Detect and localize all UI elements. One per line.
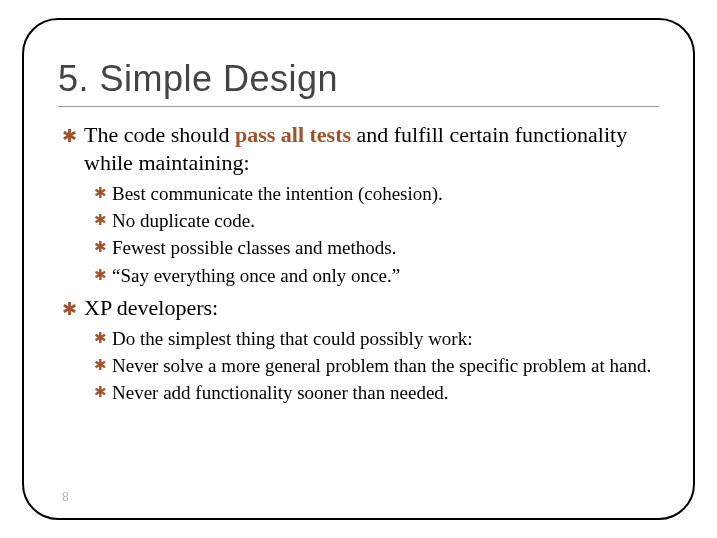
sub-list: ✱ Do the simplest thing that could possi… — [84, 326, 659, 405]
bullet-icon: ✱ — [94, 211, 107, 231]
page-number: 8 — [62, 490, 69, 504]
list-item-text: Fewest possible classes and methods. — [112, 237, 396, 258]
bullet-icon: ✱ — [94, 184, 107, 204]
bullet-icon: ✱ — [62, 125, 77, 148]
list-item: ✱ Never add functionality sooner than ne… — [94, 380, 659, 405]
slide-title: 5. Simple Design — [58, 58, 659, 100]
list-item-text: XP developers: — [84, 295, 218, 320]
list-item-text: The code should pass all tests and fulfi… — [84, 122, 627, 175]
title-underline — [58, 106, 659, 107]
slide-frame: 5. Simple Design ✱ The code should pass … — [22, 18, 695, 520]
list-item: ✱ Best communicate the intention (cohesi… — [94, 181, 659, 206]
list-item-text: “Say everything once and only once.” — [112, 265, 400, 286]
list-item: ✱ Never solve a more general problem tha… — [94, 353, 659, 378]
bullet-icon: ✱ — [94, 329, 107, 349]
sub-list: ✱ Best communicate the intention (cohesi… — [84, 181, 659, 287]
list-item: ✱ The code should pass all tests and ful… — [62, 121, 659, 288]
slide: 5. Simple Design ✱ The code should pass … — [0, 0, 717, 538]
list-item: ✱ No duplicate code. — [94, 208, 659, 233]
bullet-icon: ✱ — [94, 266, 107, 286]
emphasis-text: pass all tests — [235, 122, 351, 147]
list-item: ✱ Do the simplest thing that could possi… — [94, 326, 659, 351]
list-item: ✱ “Say everything once and only once.” — [94, 263, 659, 288]
bullet-icon: ✱ — [94, 356, 107, 376]
list-item-text: No duplicate code. — [112, 210, 255, 231]
list-item-text: Never solve a more general problem than … — [112, 355, 651, 376]
bullet-list: ✱ The code should pass all tests and ful… — [58, 121, 659, 405]
list-item: ✱ Fewest possible classes and methods. — [94, 235, 659, 260]
bullet-icon: ✱ — [62, 298, 77, 321]
text-segment: The code should — [84, 122, 235, 147]
text-segment: XP developers: — [84, 295, 218, 320]
list-item-text: Never add functionality sooner than need… — [112, 382, 449, 403]
list-item: ✱ XP developers: ✱ Do the simplest thing… — [62, 294, 659, 405]
list-item-text: Best communicate the intention (cohesion… — [112, 183, 443, 204]
list-item-text: Do the simplest thing that could possibl… — [112, 328, 472, 349]
bullet-icon: ✱ — [94, 383, 107, 403]
bullet-icon: ✱ — [94, 238, 107, 258]
